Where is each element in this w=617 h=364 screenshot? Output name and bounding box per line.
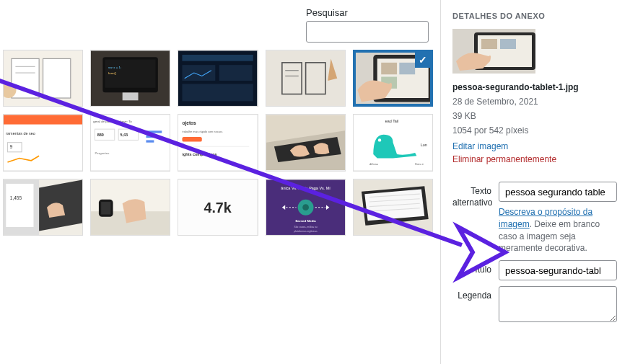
- svg-text:Earned Media: Earned Media: [295, 219, 316, 223]
- svg-text:geral de palavras-chave: To: geral de palavras-chave: To: [93, 120, 132, 124]
- alt-text-label: Texto alternativo: [452, 182, 499, 254]
- caption-label: Legenda: [452, 286, 499, 324]
- attachment-filesize: 39 KB: [452, 110, 617, 123]
- media-thumb-sketch-wireframe[interactable]: [266, 50, 346, 107]
- alt-text-help: Descreva o propósito da imagem. Deixe em…: [499, 206, 617, 254]
- delete-permanently-link[interactable]: Eliminar permanentemente: [452, 154, 556, 164]
- svg-text:São canais, mídias ou: São canais, mídias ou: [294, 226, 317, 228]
- media-thumb-laptop-spreadsheet[interactable]: [353, 179, 433, 236]
- svg-rect-67: [101, 202, 110, 214]
- media-thumb-organic-vs-paid[interactable]: ânica Vs. Mídia Paga Vs. MíEarned MediaS…: [266, 179, 346, 236]
- media-thumb-imac-code[interactable]: var x = 1;func(): [90, 50, 170, 107]
- svg-rect-26: [381, 63, 397, 74]
- svg-text:func(): func(): [108, 71, 117, 75]
- media-thumb-smartwatch-keyboard[interactable]: [90, 179, 170, 236]
- media-thumb-dashboard-dark[interactable]: [178, 50, 258, 107]
- svg-text:ânica Vs. Mídia Paga Vs. Mí: ânica Vs. Mídia Paga Vs. Mí: [281, 185, 331, 190]
- media-thumb-tablet-hand[interactable]: [353, 50, 433, 107]
- svg-text:ojetos: ojetos: [183, 120, 197, 126]
- svg-rect-15: [219, 65, 253, 81]
- svg-rect-14: [183, 65, 216, 81]
- media-thumb-seo-tools[interactable]: ramentas de seo9: [3, 114, 83, 171]
- svg-rect-13: [183, 55, 253, 61]
- svg-rect-27: [399, 63, 415, 74]
- svg-text:Lon: Lon: [421, 143, 427, 148]
- search-label: Pesquisar: [306, 7, 429, 18]
- edit-image-link[interactable]: Editar imagem: [452, 141, 508, 151]
- svg-text:var x = 1;: var x = 1;: [108, 66, 121, 69]
- svg-rect-42: [146, 136, 158, 138]
- svg-rect-92: [500, 39, 516, 49]
- svg-text:5,43: 5,43: [121, 133, 128, 137]
- svg-text:plataformas orgânicas: plataformas orgânicas: [294, 229, 317, 232]
- title-input[interactable]: [499, 260, 617, 280]
- search-input[interactable]: [306, 21, 429, 43]
- svg-text:ramentas de seo: ramentas de seo: [6, 131, 35, 136]
- attachment-preview-thumb: [452, 29, 535, 74]
- media-library-panel: Pesquisar var x = 1;func() ra: [0, 0, 440, 364]
- svg-rect-2: [43, 58, 71, 98]
- svg-text:4.7k: 4.7k: [204, 200, 232, 216]
- caption-input[interactable]: [499, 286, 617, 322]
- media-thumb-laptop-hands[interactable]: 1,455: [3, 179, 83, 236]
- svg-text:1,455: 1,455: [10, 195, 22, 200]
- title-label: Título: [452, 260, 499, 280]
- svg-point-55: [378, 139, 381, 142]
- svg-rect-47: [183, 137, 202, 142]
- svg-text:880: 880: [97, 133, 104, 137]
- svg-rect-41: [146, 131, 162, 133]
- svg-rect-43: [146, 141, 154, 143]
- attachment-date: 28 de Setembro, 2021: [452, 95, 617, 108]
- attachment-filename: pessoa-segurando-tablet-1.jpg: [452, 81, 617, 94]
- svg-rect-91: [481, 39, 497, 49]
- alt-text-input[interactable]: [499, 182, 617, 202]
- svg-point-73: [302, 204, 309, 210]
- svg-rect-16: [183, 84, 253, 101]
- media-thumb-keywords-report[interactable]: geral de palavras-chave: To8805,43Pergun…: [90, 114, 170, 171]
- attachment-dimensions: 1054 por 542 píxeis: [452, 124, 617, 137]
- svg-text:trabalhe mais rápido com nosso: trabalhe mais rápido com nossos: [183, 130, 223, 133]
- sidebar-heading: DETALHES DO ANEXO: [452, 12, 617, 20]
- media-thumb-projects-panel[interactable]: ojetostrabalhe mais rápido com nossosigh…: [178, 114, 258, 171]
- svg-text:Perguntas: Perguntas: [95, 152, 110, 156]
- media-thumb-wireframe-board[interactable]: [3, 50, 83, 107]
- media-thumb-longtail-dino[interactable]: ead TailLondificasKws e: [353, 114, 433, 171]
- svg-text:Kws e: Kws e: [415, 163, 424, 167]
- media-grid: var x = 1;func() ramentas de seo9 geral …: [0, 50, 440, 243]
- media-thumb-laptop-typing[interactable]: [266, 114, 346, 171]
- media-thumb-stat-4-7k[interactable]: 4.7k: [178, 179, 258, 236]
- svg-rect-30: [4, 115, 82, 125]
- svg-text:9: 9: [10, 145, 13, 150]
- svg-rect-11: [123, 92, 139, 100]
- svg-text:dificas: dificas: [369, 163, 379, 167]
- svg-rect-61: [6, 184, 33, 227]
- svg-text:ead Tail: ead Tail: [385, 120, 398, 124]
- svg-text:ights competitivos: ights competitivos: [183, 153, 217, 157]
- attachment-details-sidebar: DETALHES DO ANEXO pessoa-segurando-table…: [440, 0, 617, 364]
